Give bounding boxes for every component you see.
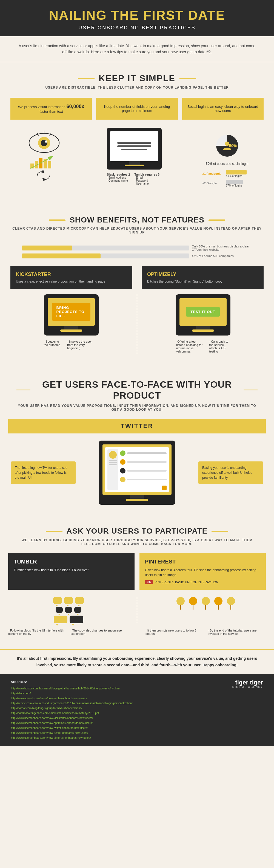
svg-point-16	[225, 142, 229, 146]
col1-text: We process visual information 60,000x fa…	[15, 104, 88, 114]
monitor-row: Slack requires 2 - Email Address - Compa…	[0, 125, 274, 196]
get-users-header: GET USERS FACE-TO-FACE WITH YOUR PRODUCT…	[0, 371, 274, 414]
captions-row: - Following blogs fills the UI interface…	[0, 626, 274, 638]
twitter-banner: TWITTER	[8, 418, 266, 433]
bubble-7	[54, 616, 67, 623]
title-line-left-3	[16, 390, 30, 391]
get-users-title: GET USERS FACE-TO-FACE WITH YOUR PRODUCT	[35, 379, 239, 401]
vertical-divider	[137, 266, 137, 289]
pin-1	[176, 597, 185, 610]
source-link-11[interactable]: http://www.usersonboard.com/how-pinteres…	[11, 736, 133, 740]
pinterest-caption-2: - By the end of the tutorial, users are …	[208, 629, 266, 636]
pin-3	[202, 597, 210, 610]
brand-logo: tiger tiger DIGITAL AGENCY	[232, 680, 263, 689]
twitter-ui-mock	[107, 450, 167, 490]
col2-text: Keep the number of fields on your landin…	[101, 104, 173, 113]
progress-bar-inner-2	[22, 253, 101, 258]
tweet-text-2	[127, 461, 167, 463]
monitor-screen-fields	[110, 131, 158, 161]
source-link-2[interactable]: http://slack.com/	[11, 691, 133, 696]
twitter-monitor	[99, 441, 175, 505]
optimizely-monitor: TEST IT OUT	[176, 294, 231, 336]
twitter-left-callout: The first thing new Twitter users see af…	[11, 461, 76, 484]
sources-text: SOURCES: http://www.boston.com/business/…	[11, 680, 133, 740]
pin-head-1	[176, 597, 185, 605]
svg-text:50%: 50%	[229, 144, 237, 148]
tumblr-caption: Tumblr requires 3 - Email - Password - U…	[134, 173, 160, 185]
footer-section: It's all about first impressions. By str…	[0, 649, 274, 674]
facebook-bar	[226, 170, 247, 175]
monitor-caption-fields: Slack requires 2 - Email Address - Compa…	[107, 173, 162, 185]
screen-line-2	[117, 146, 151, 147]
bubble-5	[65, 607, 72, 613]
col-fields: Keep the number of fields on your landin…	[96, 98, 177, 120]
keep-simple-header: KEEP IT SIMPLE USERS ARE DISTRACTIBLE. T…	[0, 65, 274, 92]
twitter-monitor-stand	[130, 495, 144, 499]
two-monitor-row: BRING PROJECTS TO LIFE - Speaks to the o…	[0, 289, 274, 360]
header-title: NAILING THE FIRST DATE	[11, 8, 263, 23]
optimizely-monitor-col: TEST IT OUT - Offering a test instead of…	[140, 294, 266, 354]
source-link-7[interactable]: http://www.usersonboard.com/how-kickstar…	[11, 716, 133, 721]
intro-section: A user's first interaction with a servic…	[0, 36, 274, 62]
optimizely-cta-btn[interactable]: TEST IT OUT	[186, 307, 219, 317]
source-link-9[interactable]: http://www.usersonboard.com/how-twitter-…	[11, 725, 133, 731]
kickstarter-box: KICKSTARTER Uses a clear, effective valu…	[10, 266, 132, 289]
ks-monitor-base	[60, 330, 82, 332]
monitor-stand	[129, 161, 140, 164]
pin-needle-3	[205, 605, 206, 610]
tweet-line-4	[120, 477, 167, 482]
bubbles-pins-divider	[137, 597, 137, 623]
source-link-4[interactable]: http://zeninc.com/resources/industry-res…	[11, 701, 133, 706]
twitter-monitor-base	[126, 499, 148, 501]
pin-head-5	[227, 597, 235, 605]
tweet-line-3	[120, 468, 167, 473]
optimizely-box: OPTIMIZELY Ditches the boring "Submit" o…	[142, 266, 264, 289]
pin-needle-4	[218, 605, 219, 610]
bar-chart-svg	[28, 155, 61, 169]
twitter-monitor-wrap	[80, 441, 194, 505]
tumblr-pinterest-row: TUMBLR Tumblr askes new users to "Find b…	[0, 549, 274, 594]
kickstarter-monitor-col: BRING PROJECTS TO LIFE - Speaks to the o…	[8, 294, 134, 354]
progress-bars: Only 30% of small business display a cle…	[0, 240, 274, 264]
source-link-8[interactable]: http://www.usersonboard.com/how-optimize…	[11, 721, 133, 725]
kickstarter-cta-btn[interactable]: BRING PROJECTS TO LIFE	[52, 303, 91, 321]
pinterest-caption-1: - It then prompts new users to follow 5 …	[145, 629, 204, 636]
source-link-3[interactable]: http://www.adweek.com/news/how-tumblr-on…	[11, 696, 133, 701]
twitter-screen	[102, 444, 172, 495]
bubbles-pins-row	[0, 594, 274, 626]
tumblr-bubbles-area	[8, 597, 129, 623]
dashed-divider-monitors	[137, 294, 137, 354]
social-pie-chart: 50%	[212, 131, 242, 161]
optimizely-captions: - Offering a test instead of asking for …	[176, 339, 231, 354]
twitter-avatar	[109, 451, 117, 459]
monitor-base	[125, 164, 144, 166]
twitter-screen-inner	[105, 447, 169, 492]
source-link-1[interactable]: http://www.boston.com/business/blogs/glo…	[11, 686, 133, 691]
get-users-subtitle: YOUR USER HAS READ YOUR VALUE PROPOSITIO…	[16, 404, 258, 411]
source-link-10[interactable]: http://www.usersonboard.com/how-tumblr-o…	[11, 731, 133, 736]
source-link-5[interactable]: http://pardot.com/blog/long-signup-forms…	[11, 706, 133, 711]
header-subtitle: USER ONBOARDING BEST PRACTICES	[11, 25, 263, 31]
kickstarter-optimizely-row: KICKSTARTER Uses a clear, effective valu…	[0, 266, 274, 289]
keep-simple-subtitle: USERS ARE DISTRACTIBLE. THE LESS CLUTTER…	[11, 86, 263, 89]
pin-needle-2	[193, 605, 194, 610]
keep-simple-title: KEEP IT SIMPLE	[99, 73, 175, 84]
cursor-indicator	[162, 486, 167, 490]
benefits-subtitle: CLEAR CTAs AND DIRECTED MICROCOPY CAN HE…	[11, 226, 263, 234]
slack-caption: Slack requires 2 - Email Address - Compa…	[107, 173, 130, 185]
col3-text: Social login is an easy, clean way to on…	[186, 104, 259, 113]
tumblr-caption-1: - Following blogs fills the UI interface…	[8, 629, 66, 636]
svg-rect-11	[48, 161, 51, 168]
progress-item-2: 47% of Fortune 500 companies	[22, 253, 252, 258]
kickstarter-captions: - Speaks to the outcome - Involves the u…	[44, 339, 99, 351]
source-link-6[interactable]: http://aabfmarketingcoach.com/small/smal…	[11, 711, 133, 716]
tweet-avatar-2	[120, 459, 126, 465]
tweet-avatar-3	[120, 468, 126, 473]
header: NAILING THE FIRST DATE USER ONBOARDING B…	[0, 0, 274, 36]
progress-item-1: Only 30% of small business display a cle…	[22, 245, 252, 251]
twitter-feed	[120, 450, 167, 490]
tweet-line-1	[120, 451, 167, 456]
intro-text: A user's first interaction with a servic…	[16, 43, 258, 55]
pin-needle-1	[180, 605, 181, 610]
bubble-4	[56, 607, 63, 613]
